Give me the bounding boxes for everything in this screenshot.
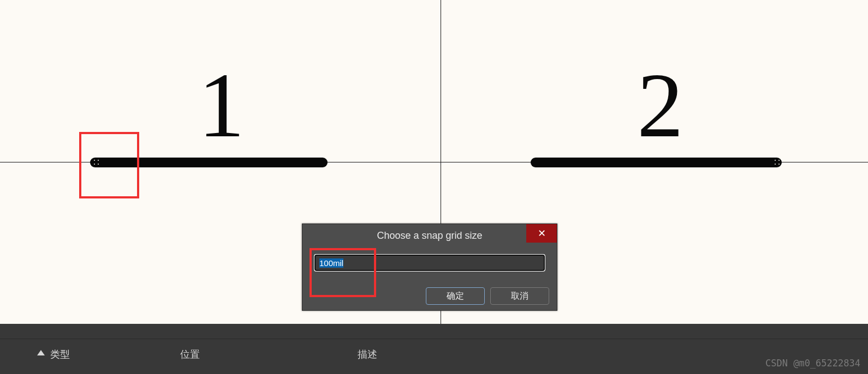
cancel-button-label: 取消 (511, 291, 528, 302)
column-header-type[interactable]: 类型 (50, 348, 70, 361)
ok-button[interactable]: 确定 (426, 287, 485, 305)
dialog-close-button[interactable]: ✕ (526, 224, 557, 243)
dialog-titlebar[interactable]: Choose a snap grid size ✕ (302, 224, 557, 247)
pin-2-label: 2 (637, 59, 683, 152)
cancel-button[interactable]: 取消 (490, 287, 549, 305)
annotation-highlight-pin-endpoint (79, 132, 139, 198)
pin-2-endpoint-icon (775, 160, 780, 165)
panel-divider (0, 339, 868, 339)
dialog-title: Choose a snap grid size (302, 230, 557, 242)
pin-1-label: 1 (198, 59, 245, 152)
column-header-position[interactable]: 位置 (180, 348, 200, 361)
close-icon: ✕ (538, 227, 546, 239)
watermark-text: CSDN @m0_65222834 (765, 358, 860, 369)
pin-2-body[interactable] (531, 158, 782, 167)
annotation-highlight-input (310, 248, 376, 297)
messages-panel: 类型 位置 描述 CSDN @m0_65222834 (0, 324, 868, 374)
column-header-description[interactable]: 描述 (358, 348, 377, 361)
sort-ascending-icon[interactable] (37, 350, 45, 355)
ok-button-label: 确定 (447, 291, 464, 302)
